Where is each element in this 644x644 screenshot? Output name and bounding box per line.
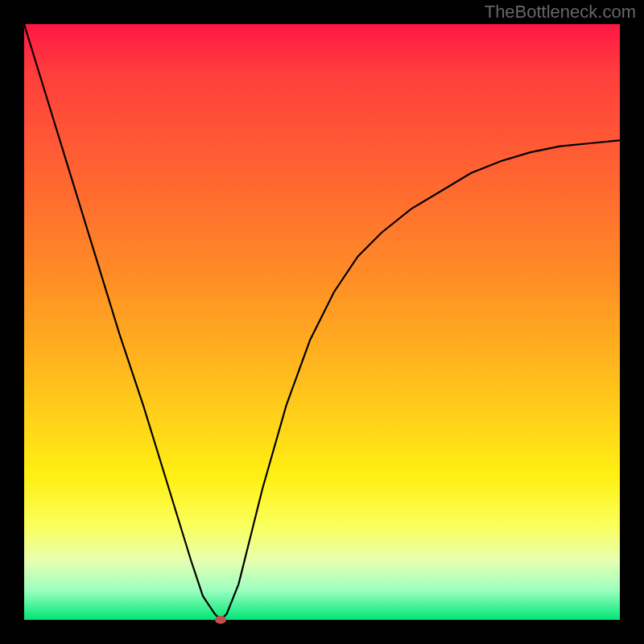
watermark-text: TheBottleneck.com	[485, 2, 636, 23]
bottleneck-curve	[24, 24, 620, 620]
chart-plot-area	[24, 24, 620, 620]
optimum-marker	[215, 616, 226, 624]
